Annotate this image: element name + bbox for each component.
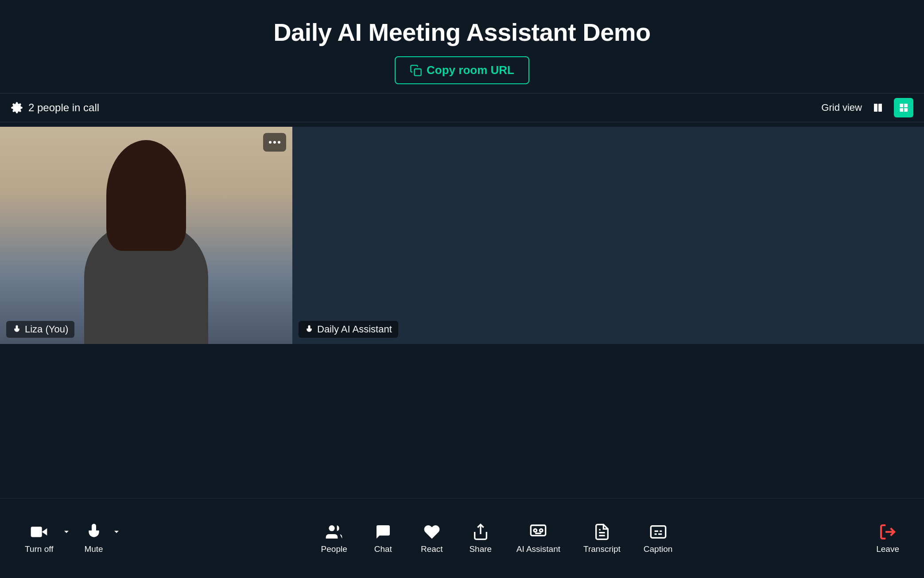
transcript-icon: [593, 523, 611, 541]
camera-label: Turn off: [25, 544, 53, 554]
react-button[interactable]: React: [412, 519, 452, 558]
mic-icon-toolbar: [85, 523, 103, 541]
svg-rect-0: [415, 69, 421, 75]
svg-rect-5: [900, 108, 903, 112]
caption-button[interactable]: Caption: [637, 519, 680, 558]
share-label: Share: [469, 544, 492, 554]
grid-view-icon: [898, 102, 909, 113]
copy-url-button[interactable]: Copy room URL: [395, 56, 529, 84]
svg-rect-1: [874, 104, 877, 112]
participant-name-ai: Daily AI Assistant: [317, 324, 392, 335]
ai-assistant-label: AI Assistant: [516, 544, 560, 554]
participant-label-liza: Liza (You): [6, 321, 74, 338]
leave-icon: [879, 523, 897, 541]
react-label: React: [421, 544, 443, 554]
caption-icon: [649, 523, 667, 541]
page-title: Daily AI Meeting Assistant Demo: [9, 18, 915, 47]
share-icon: [472, 523, 489, 541]
subheader-right: Grid view: [821, 98, 913, 117]
video-tile-ai: Daily AI Assistant: [292, 127, 924, 344]
svg-rect-6: [904, 108, 908, 112]
people-count: 2 people in call: [28, 102, 99, 114]
header: Daily AI Meeting Assistant Demo Copy roo…: [0, 0, 924, 93]
ai-assistant-icon: [529, 523, 547, 541]
mic-button[interactable]: Mute: [77, 519, 107, 558]
svg-rect-11: [31, 527, 42, 537]
people-icon: [325, 523, 343, 541]
copy-icon: [410, 64, 422, 77]
video-feed-ai-empty: [292, 127, 924, 344]
grid-view-label: Grid view: [821, 102, 862, 113]
transcript-button[interactable]: Transcript: [576, 519, 628, 558]
svg-rect-2: [878, 104, 882, 112]
ai-assistant-button[interactable]: AI Assistant: [509, 519, 567, 558]
svg-rect-3: [900, 104, 903, 107]
svg-rect-4: [904, 104, 908, 107]
mic-chevron[interactable]: [109, 523, 124, 554]
caption-label: Caption: [644, 544, 673, 554]
subheader-bar: 2 people in call Grid view: [0, 93, 924, 122]
mic-icon: [12, 325, 21, 334]
toolbar-left: Turn off Mute: [18, 519, 124, 558]
toolbar-right: Leave: [869, 519, 906, 558]
leave-label: Leave: [876, 544, 899, 554]
camera-button[interactable]: Turn off: [18, 519, 58, 558]
participant-name-liza: Liza (You): [25, 324, 68, 335]
toolbar: Turn off Mute: [0, 498, 924, 578]
list-view-button[interactable]: [868, 98, 888, 117]
video-area: Liza (You) Daily AI Assistant: [0, 127, 924, 344]
mic-group: Mute: [77, 519, 124, 558]
svg-point-18: [540, 529, 543, 532]
more-options-button[interactable]: [263, 133, 286, 152]
video-tile-liza: Liza (You): [0, 127, 292, 344]
toolbar-center: People Chat React Share: [314, 519, 680, 558]
list-view-icon: [873, 102, 883, 113]
react-icon: [423, 523, 441, 541]
ai-mic-icon: [305, 325, 314, 334]
mic-label: Mute: [84, 544, 103, 554]
subheader-left: 2 people in call: [11, 102, 99, 114]
participant-label-ai: Daily AI Assistant: [299, 321, 398, 338]
camera-chevron[interactable]: [58, 523, 74, 554]
svg-point-14: [329, 525, 334, 531]
people-label: People: [321, 544, 347, 554]
people-button[interactable]: People: [314, 519, 354, 558]
leave-button[interactable]: Leave: [869, 519, 906, 558]
camera-chevron-icon: [62, 527, 71, 536]
transcript-label: Transcript: [583, 544, 621, 554]
chat-icon: [374, 523, 392, 541]
settings-icon[interactable]: [11, 102, 23, 114]
chat-label: Chat: [374, 544, 392, 554]
camera-icon: [30, 523, 48, 541]
grid-view-button[interactable]: [894, 98, 913, 117]
camera-group: Turn off: [18, 519, 74, 558]
chat-button[interactable]: Chat: [363, 519, 403, 558]
share-button[interactable]: Share: [461, 519, 501, 558]
video-feed-liza: [0, 127, 292, 344]
hair-overlay: [106, 140, 186, 251]
mic-chevron-icon: [112, 527, 121, 536]
svg-point-17: [534, 529, 537, 532]
spacer: [0, 344, 924, 406]
